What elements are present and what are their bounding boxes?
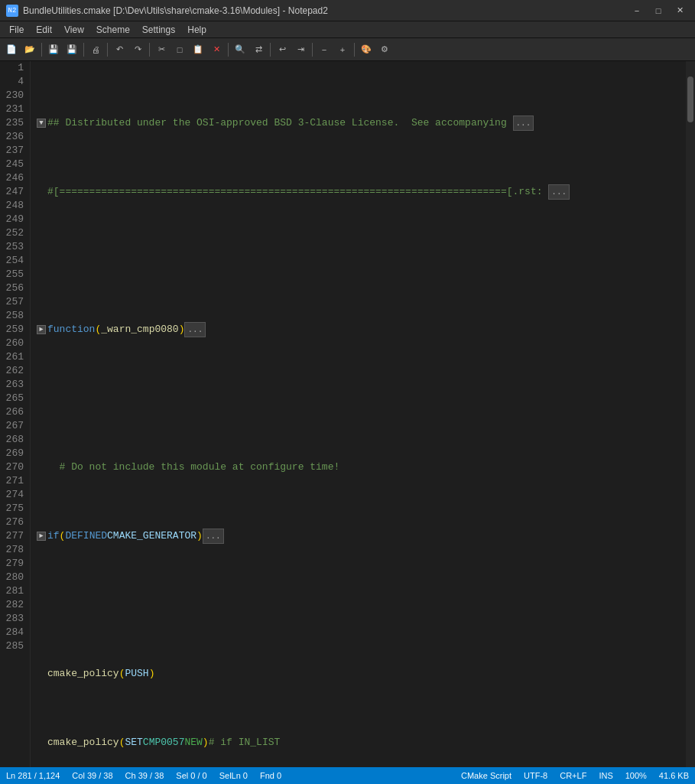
menu-help[interactable]: Help bbox=[181, 23, 213, 37]
toolbar-sep3 bbox=[107, 43, 108, 57]
scrollbar[interactable] bbox=[686, 61, 695, 767]
status-sel: Sel 0 / 0 bbox=[176, 771, 206, 780]
code-line-236: # Do not include this module at configur… bbox=[37, 460, 680, 474]
editor-container: 1 4 230 231 235 236 237 245 246 247 248 … bbox=[0, 61, 695, 767]
status-scheme: CMake Script bbox=[461, 771, 512, 780]
menubar: File Edit View Scheme Settings Help bbox=[0, 21, 695, 38]
toolbar-redo[interactable]: ↷ bbox=[129, 41, 146, 58]
toolbar-zoom-in[interactable]: + bbox=[334, 41, 351, 58]
toolbar-paste[interactable]: 📋 bbox=[190, 41, 206, 58]
toolbar-cut[interactable]: ✂ bbox=[153, 41, 170, 58]
code-line-231: ►function(_warn_cmp0080) ... bbox=[37, 323, 680, 337]
status-filesize: 41.6 KB bbox=[659, 771, 689, 780]
statusbar: Ln 281 / 1,124 Col 39 / 38 Ch 39 / 38 Se… bbox=[0, 767, 695, 784]
status-encoding: UTF-8 bbox=[524, 771, 547, 780]
code-line-237: ►if(DEFINED CMAKE_GENERATOR) ... bbox=[37, 529, 680, 543]
status-position: Ln 281 / 1,124 bbox=[6, 771, 60, 780]
toolbar-sep2 bbox=[83, 43, 84, 57]
menu-view[interactable]: View bbox=[58, 23, 90, 37]
close-button[interactable]: ✕ bbox=[671, 3, 689, 18]
toolbar-zoom-out[interactable]: − bbox=[316, 41, 333, 58]
toolbar-new[interactable]: 📄 bbox=[3, 41, 20, 58]
toolbar-sep8 bbox=[354, 43, 355, 57]
status-ch: Ch 39 / 38 bbox=[125, 771, 164, 780]
app-icon: N2 bbox=[6, 5, 18, 17]
fold-237[interactable]: ► bbox=[37, 532, 46, 541]
minimize-button[interactable]: − bbox=[628, 3, 646, 18]
code-line-247: cmake_policy(SET CMP0057 NEW) # if IN_LI… bbox=[37, 736, 680, 750]
status-selln: SelLn 0 bbox=[219, 771, 248, 780]
code-line-246: cmake_policy(PUSH) bbox=[37, 667, 680, 681]
editor-scroll[interactable]: 1 4 230 231 235 236 237 245 246 247 248 … bbox=[0, 61, 695, 767]
toolbar-sep6 bbox=[270, 43, 271, 57]
toolbar-print[interactable]: 🖨 bbox=[87, 41, 104, 58]
titlebar: N2 BundleUtilities.cmake [D:\Dev\Utils\s… bbox=[0, 0, 695, 21]
maximize-button[interactable]: □ bbox=[649, 3, 667, 18]
toolbar-copy[interactable]: □ bbox=[171, 41, 188, 58]
code-line-4: #[======================================… bbox=[37, 185, 680, 199]
status-lineending: CR+LF bbox=[560, 771, 586, 780]
line-numbers: 1 4 230 231 235 236 237 245 246 247 248 … bbox=[0, 61, 31, 767]
menu-scheme[interactable]: Scheme bbox=[90, 23, 136, 37]
status-col: Col 39 / 38 bbox=[72, 771, 112, 780]
toolbar-delete[interactable]: ✕ bbox=[208, 41, 225, 58]
fold-231[interactable]: ► bbox=[37, 325, 46, 334]
toolbar-save[interactable]: 💾 bbox=[45, 41, 62, 58]
status-fnd: Fnd 0 bbox=[260, 771, 281, 780]
toolbar-settings[interactable]: ⚙ bbox=[376, 41, 393, 58]
window-controls: − □ ✕ bbox=[628, 3, 689, 18]
toolbar-scheme[interactable]: 🎨 bbox=[358, 41, 375, 58]
code-line-245 bbox=[37, 598, 680, 612]
status-right: CMake Script UTF-8 CR+LF INS 100% 41.6 K… bbox=[461, 771, 689, 780]
menu-settings[interactable]: Settings bbox=[136, 23, 181, 37]
code-line-230 bbox=[37, 254, 680, 268]
status-zoom: 100% bbox=[625, 771, 647, 780]
toolbar-open[interactable]: 📂 bbox=[21, 41, 38, 58]
status-mode: INS bbox=[599, 771, 612, 780]
toolbar-sep1 bbox=[41, 43, 42, 57]
code-area[interactable]: ▼## Distributed under the OSI-approved B… bbox=[31, 61, 686, 767]
code-line-1: ▼## Distributed under the OSI-approved B… bbox=[37, 116, 680, 130]
fold-1[interactable]: ▼ bbox=[37, 119, 46, 128]
toolbar-replace[interactable]: ⇄ bbox=[250, 41, 267, 58]
window-title: BundleUtilities.cmake [D:\Dev\Utils\shar… bbox=[23, 5, 628, 16]
toolbar-undo[interactable]: ↶ bbox=[111, 41, 128, 58]
toolbar-find[interactable]: 🔍 bbox=[232, 41, 248, 58]
toolbar-sep7 bbox=[312, 43, 313, 57]
code-line-235 bbox=[37, 392, 680, 405]
menu-edit[interactable]: Edit bbox=[30, 23, 58, 37]
toolbar-save-as[interactable]: 💾 bbox=[63, 41, 80, 58]
toolbar-indent[interactable]: ⇥ bbox=[292, 41, 309, 58]
toolbar-wordwrap[interactable]: ↩ bbox=[274, 41, 291, 58]
toolbar-sep4 bbox=[149, 43, 150, 57]
scrollbar-thumb[interactable] bbox=[687, 76, 693, 122]
menu-file[interactable]: File bbox=[3, 23, 30, 37]
toolbar: 📄 📂 💾 💾 🖨 ↶ ↷ ✂ □ 📋 ✕ 🔍 ⇄ ↩ ⇥ − + 🎨 ⚙ bbox=[0, 38, 695, 61]
toolbar-sep5 bbox=[228, 43, 229, 57]
